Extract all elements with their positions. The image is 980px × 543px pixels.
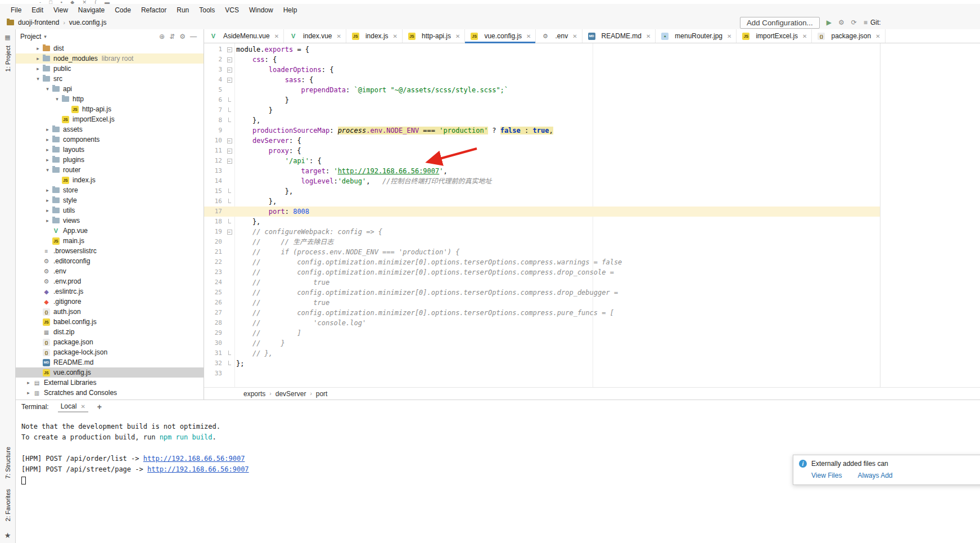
code-line-26[interactable]: 26 // true [204, 298, 880, 308]
favorites-star-icon[interactable]: ★ [4, 531, 11, 540]
fold-end-icon[interactable] [225, 105, 233, 115]
tree-item-api[interactable]: ▾api [16, 84, 204, 94]
tab-index-vue[interactable]: Vindex.vue✕ [284, 29, 346, 43]
fold-collapse-icon[interactable]: − [225, 146, 233, 156]
chevron-right-icon[interactable]: ▸ [25, 380, 32, 385]
close-icon[interactable]: ✕ [727, 33, 731, 39]
chevron-down-icon[interactable]: ▾ [44, 86, 51, 92]
tree-item-main-js[interactable]: JSmain.js [16, 236, 204, 246]
fold-collapse-icon[interactable]: − [225, 156, 233, 166]
tree-item-store[interactable]: ▸store [16, 185, 204, 195]
close-icon[interactable]: ✕ [875, 33, 880, 39]
menu-item-edit[interactable]: Edit [26, 6, 48, 14]
close-icon[interactable]: ✕ [274, 33, 279, 39]
code-line-4[interactable]: 4− sass: { [204, 75, 880, 85]
settings-icon[interactable]: ⚙ [177, 33, 188, 41]
code-line-16[interactable]: 16 }, [204, 196, 880, 207]
code-line-6[interactable]: 6 } [204, 95, 880, 105]
project-view-selector[interactable]: Project [20, 33, 41, 41]
menu-item-help[interactable]: Help [278, 6, 302, 14]
tab-package-json[interactable]: {}package.json✕ [812, 29, 885, 43]
code-line-20[interactable]: 20 // // 生产去除日志 [204, 237, 880, 247]
code-line-5[interactable]: 5 prependData: `@import "~@/assets/scss/… [204, 85, 880, 95]
menu-item-code[interactable]: Code [110, 6, 136, 14]
chevron-right-icon[interactable]: ▸ [44, 208, 51, 213]
notification-action-always-add[interactable]: Always Add [857, 472, 892, 479]
stop-icon[interactable]: ■ [864, 19, 868, 26]
chevron-right-icon[interactable]: ▸ [25, 390, 32, 396]
navbar-project[interactable]: duoji-frontend [18, 19, 59, 26]
tree-item-vue-config-js[interactable]: JSvue.config.js [16, 367, 204, 378]
tree-item-babel-config-js[interactable]: JSbabel.config.js [16, 317, 204, 327]
chevron-right-icon[interactable]: ▸ [44, 187, 51, 193]
fold-collapse-icon[interactable]: − [225, 55, 233, 65]
chevron-right-icon[interactable]: ▸ [34, 46, 42, 51]
close-icon[interactable]: ✕ [455, 33, 460, 39]
tree-item-index-js[interactable]: JSindex.js [16, 175, 204, 185]
tree-item-plugins[interactable]: ▸plugins [16, 155, 204, 165]
close-icon[interactable]: ✕ [336, 33, 341, 39]
code-line-7[interactable]: 7 } [204, 105, 880, 115]
tree-item-utils[interactable]: ▸utils [16, 205, 204, 216]
code-line-3[interactable]: 3− loaderOptions: { [204, 65, 880, 75]
tree-item-assets[interactable]: ▸assets [16, 124, 204, 134]
chevron-right-icon[interactable]: ▸ [44, 137, 51, 142]
chevron-right-icon[interactable]: ▸ [34, 56, 42, 61]
menu-item-refactor[interactable]: Refactor [136, 6, 171, 14]
code-line-32[interactable]: 32}; [204, 358, 880, 369]
fold-end-icon[interactable] [225, 358, 233, 369]
chevron-right-icon[interactable]: ▸ [44, 157, 51, 163]
chevron-down-icon[interactable]: ▾ [44, 167, 51, 173]
close-icon[interactable]: ✕ [646, 33, 651, 39]
close-icon[interactable]: ✕ [393, 33, 398, 39]
code-line-24[interactable]: 24 // true [204, 277, 880, 288]
tab-env[interactable]: ⚙.env✕ [536, 29, 582, 43]
chevron-down-icon[interactable]: ▾ [53, 96, 61, 102]
code-line-19[interactable]: 19− // configureWebpack: config => { [204, 227, 880, 237]
code-line-21[interactable]: 21 // if (process.env.NODE_ENV === 'prod… [204, 247, 880, 257]
tree-item-layouts[interactable]: ▸layouts [16, 145, 204, 155]
code-line-30[interactable]: 30 // } [204, 338, 880, 348]
tool-button-project[interactable]: 1: Project [4, 46, 11, 71]
code-line-25[interactable]: 25 // config.optimization.minimizer[0].o… [204, 288, 880, 298]
code-line-11[interactable]: 11− proxy: { [204, 146, 880, 156]
menu-item-vcs[interactable]: VCS [220, 6, 244, 14]
tree-item-editorconfig[interactable]: ⚙.editorconfig [16, 256, 204, 266]
navbar-file[interactable]: vue.config.js [69, 19, 107, 26]
tree-item-dist[interactable]: ▸dist [16, 43, 204, 53]
menu-item-run[interactable]: Run [171, 6, 194, 14]
code-line-10[interactable]: 10− devServer: { [204, 136, 880, 146]
tool-button-structure[interactable]: 7: Structure [4, 447, 11, 479]
breadcrumb-item-devserver[interactable]: devServer [276, 390, 306, 398]
notification-action-view-files[interactable]: View Files [811, 472, 842, 479]
fold-collapse-icon[interactable]: − [225, 65, 233, 75]
terminal-link[interactable]: http://192.168.66.56:9007 [147, 465, 249, 473]
code-line-17[interactable]: 17 port: 8008 [204, 207, 880, 217]
tree-item-auth-json[interactable]: {}auth.json [16, 307, 204, 317]
tree-item-external-libraries[interactable]: ▸▤External Libraries [16, 378, 204, 388]
chevron-right-icon[interactable]: ▸ [44, 198, 51, 203]
tab-http-api-js[interactable]: JShttp-api.js✕ [403, 29, 465, 43]
hide-panel-icon[interactable]: — [188, 33, 199, 41]
fold-end-icon[interactable] [225, 115, 233, 125]
close-icon[interactable]: ✕ [80, 403, 85, 410]
tree-item-components[interactable]: ▸components [16, 134, 204, 145]
tool-button-favorites[interactable]: 2: Favorites [4, 489, 11, 521]
fold-collapse-icon[interactable]: − [225, 75, 233, 85]
tab-readme-md[interactable]: MDREADME.md✕ [582, 29, 656, 43]
new-terminal-button[interactable]: + [97, 402, 102, 411]
tree-item-gitignore[interactable]: ◆.gitignore [16, 297, 204, 307]
fold-end-icon[interactable] [225, 95, 233, 105]
code-line-31[interactable]: 31 // }, [204, 348, 880, 358]
code-line-22[interactable]: 22 // config.optimization.minimizer[0].o… [204, 257, 880, 267]
code-line-23[interactable]: 23 // config.optimization.minimizer[0].o… [204, 267, 880, 277]
tree-item-readme-md[interactable]: MDREADME.md [16, 357, 204, 367]
code-editor[interactable]: 1−module.exports = {2− css: {3− loaderOp… [204, 43, 980, 387]
add-configuration-button[interactable]: Add Configuration... [740, 17, 820, 29]
close-icon[interactable]: ✕ [526, 33, 531, 39]
fold-end-icon[interactable] [225, 348, 233, 358]
tree-item-package-json[interactable]: {}package.json [16, 337, 204, 347]
menu-item-tools[interactable]: Tools [194, 6, 220, 14]
tree-item-http[interactable]: ▾http [16, 94, 204, 104]
chevron-right-icon[interactable]: ▸ [44, 127, 51, 132]
